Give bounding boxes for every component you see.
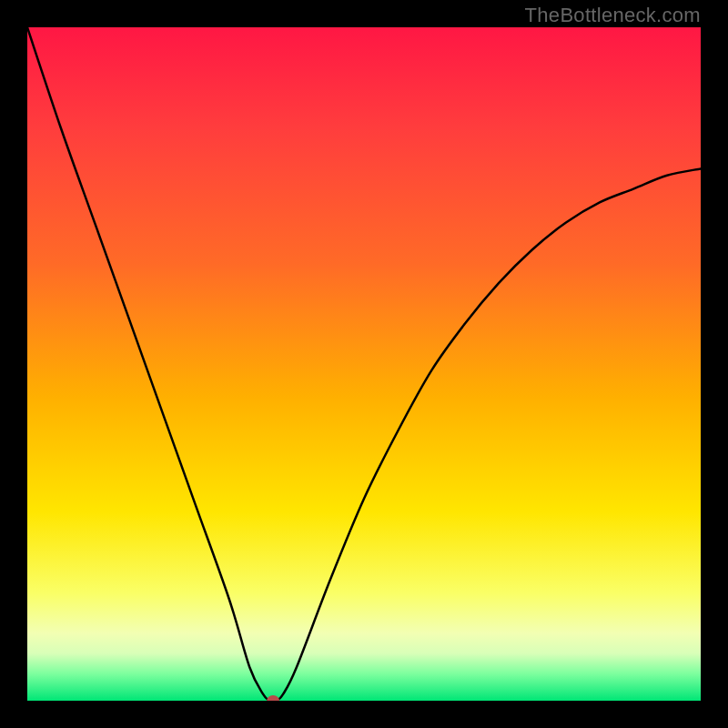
gradient-background — [27, 27, 701, 701]
plot-area — [27, 27, 701, 701]
bottleneck-chart — [27, 27, 701, 701]
watermark-text: TheBottleneck.com — [525, 4, 701, 27]
chart-frame: TheBottleneck.com — [0, 0, 728, 728]
